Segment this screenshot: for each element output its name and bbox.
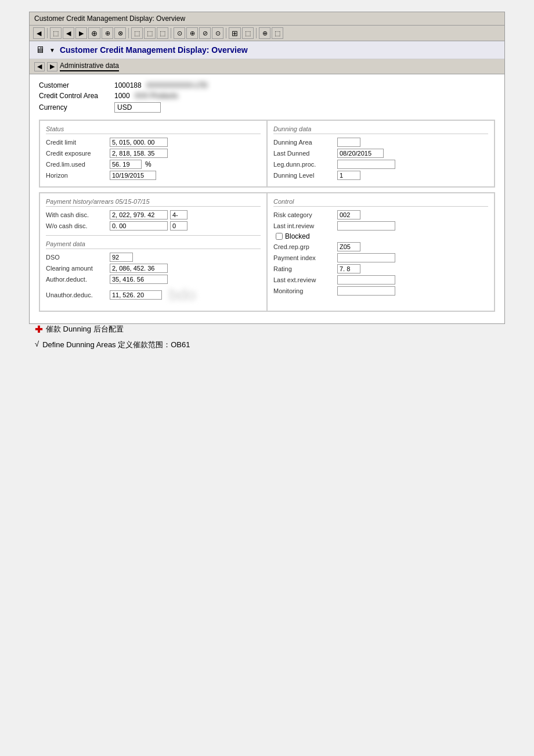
- cred-lim-used-wrapper: %: [110, 160, 151, 169]
- rating-row: Rating: [273, 264, 488, 273]
- monitoring-row: Monitoring: [273, 286, 488, 296]
- toolbar-btn-7[interactable]: ⬚: [131, 27, 143, 39]
- toolbar-btn-6[interactable]: ⊗: [114, 27, 126, 39]
- control-title: Control: [273, 198, 488, 207]
- rating-input[interactable]: [337, 264, 360, 273]
- last-dunned-row: Last Dunned: [273, 149, 488, 158]
- toolbar-btn-13[interactable]: ⊙: [212, 27, 223, 39]
- last-int-review-row: Last int.review: [273, 221, 488, 231]
- dunning-title: Dunning data: [273, 125, 488, 134]
- header-title: Customer Credit Management Display: Over…: [60, 45, 248, 55]
- with-cash-disc-suffix[interactable]: [170, 210, 187, 219]
- toolbar-sep-3: [171, 28, 171, 38]
- cred-rep-grp-input[interactable]: [337, 242, 360, 251]
- clearing-amount-input[interactable]: [110, 264, 168, 273]
- last-ext-review-input[interactable]: [337, 275, 395, 285]
- status-horizon-input[interactable]: [110, 171, 156, 180]
- watermark-text: bdo: [169, 286, 196, 304]
- last-int-review-label: Last int.review: [273, 222, 337, 229]
- note-text-1: 催款 Dunning 后台配置: [46, 324, 124, 334]
- leg-dunn-proc-input[interactable]: [337, 160, 395, 169]
- status-credit-limit-input[interactable]: [110, 138, 168, 147]
- tab-bar: ◀ ▶ Administrative data: [30, 59, 504, 74]
- wo-cash-disc-suffix[interactable]: [170, 221, 187, 231]
- dunning-level-row: Dunning Level: [273, 171, 488, 180]
- toolbar-btn-2[interactable]: ◀: [63, 27, 74, 39]
- credit-control-area-label: Credit Control Area: [39, 92, 114, 100]
- rating-label: Rating: [273, 265, 337, 272]
- note-text-2: Define Dunning Areas 定义催款范围：OB61: [42, 340, 190, 350]
- payment-index-input[interactable]: [337, 253, 395, 262]
- customer-name-blurred: XXXXXXXXXX-LTD: [146, 81, 208, 89]
- wo-cash-disc-wrapper: [110, 221, 187, 231]
- author-deduct-input[interactable]: [110, 275, 168, 284]
- unauthor-deduc-label: Unauthor.deduc.: [46, 291, 110, 298]
- toolbar-btn-5[interactable]: ⊕: [102, 27, 113, 39]
- toolbar-back-btn[interactable]: ◀: [33, 27, 45, 39]
- leg-dunn-proc-label: Leg.dunn.proc.: [273, 161, 337, 168]
- status-horizon-label: Horizon: [46, 172, 110, 179]
- with-cash-disc-input[interactable]: [110, 210, 168, 219]
- blocked-checkbox[interactable]: [276, 233, 283, 240]
- last-dunned-label: Last Dunned: [273, 150, 337, 157]
- leg-dunn-proc-row: Leg.dunn.proc.: [273, 160, 488, 169]
- tab-admin-data[interactable]: Administrative data: [60, 62, 119, 71]
- monitoring-input[interactable]: [337, 286, 395, 296]
- toolbar-btn-11[interactable]: ⊕: [186, 27, 198, 39]
- dso-input[interactable]: [110, 253, 133, 262]
- unauthor-deduc-row: Unauthor.deduc. bdo: [46, 286, 261, 304]
- blocked-label: Blocked: [285, 232, 310, 240]
- last-int-review-input[interactable]: [337, 221, 395, 231]
- currency-row: Currency: [39, 102, 495, 113]
- payment-history-panel: Payment history/arrears 05/15-07/15 With…: [39, 193, 267, 311]
- wo-cash-disc-input[interactable]: [110, 221, 168, 231]
- control-panel: Control Risk category Last int.review Bl…: [267, 193, 495, 311]
- payment-control-grid: Payment history/arrears 05/15-07/15 With…: [39, 192, 495, 312]
- toolbar-btn-12[interactable]: ⊘: [199, 27, 211, 39]
- toolbar-sep-4: [226, 28, 226, 38]
- company-name-blurred: XXX Products: [135, 92, 178, 100]
- with-cash-disc-wrapper: [110, 210, 187, 219]
- toolbar-btn-1[interactable]: ⬚: [50, 27, 62, 39]
- window-title: Customer Credit Management Display: Over…: [34, 15, 185, 23]
- toolbar-btn-10[interactable]: ⊙: [174, 27, 185, 39]
- last-dunned-input[interactable]: [337, 149, 384, 158]
- risk-category-input[interactable]: [337, 210, 360, 219]
- status-credit-exposure-label: Credit exposure: [46, 150, 110, 157]
- status-panel: Status Credit limit Credit exposure Cred…: [39, 120, 267, 187]
- status-credit-exposure-input[interactable]: [110, 149, 168, 158]
- toolbar-btn-4[interactable]: ⊕: [88, 27, 100, 39]
- toolbar-btn-16[interactable]: ⊕: [259, 27, 270, 39]
- note-item-2: √ Define Dunning Areas 定义催款范围：OB61: [35, 340, 499, 350]
- tab-next-btn[interactable]: ▶: [47, 62, 57, 71]
- dunning-level-label: Dunning Level: [273, 172, 337, 179]
- currency-input[interactable]: [114, 102, 161, 113]
- payment-index-label: Payment index: [273, 254, 337, 261]
- credit-control-area-value: 1000: [114, 92, 130, 100]
- toolbar-btn-3[interactable]: ▶: [75, 27, 87, 39]
- payment-history-title: Payment history/arrears 05/15-07/15: [46, 198, 261, 207]
- customer-row: Customer 1000188 XXXXXXXXXX-LTD: [39, 81, 495, 89]
- main-content: Customer 1000188 XXXXXXXXXX-LTD Credit C…: [30, 74, 504, 323]
- payment-index-row: Payment index: [273, 253, 488, 262]
- dunning-level-input[interactable]: [337, 171, 360, 180]
- status-cred-lim-used-input[interactable]: [110, 160, 142, 169]
- toolbar-btn-15[interactable]: ⬚: [242, 27, 254, 39]
- currency-label: Currency: [39, 103, 114, 111]
- toolbar-btn-9[interactable]: ⬚: [157, 27, 168, 39]
- toolbar-sep-1: [47, 28, 48, 38]
- header-icon: 🖥: [35, 45, 45, 55]
- header-dropdown[interactable]: ▼: [49, 47, 55, 53]
- status-credit-limit-row: Credit limit: [46, 138, 261, 147]
- dunning-area-input[interactable]: [337, 138, 360, 147]
- unauthor-deduc-input[interactable]: [110, 290, 162, 300]
- cred-rep-grp-label: Cred.rep.grp: [273, 243, 337, 250]
- toolbar-btn-14[interactable]: ⊞: [229, 27, 241, 39]
- status-title: Status: [46, 125, 261, 134]
- note-check-2: √: [35, 340, 39, 348]
- tab-prev-btn[interactable]: ◀: [34, 62, 45, 71]
- wo-cash-disc-label: W/o cash disc.: [46, 222, 110, 229]
- cred-rep-grp-row: Cred.rep.grp: [273, 242, 488, 251]
- toolbar-btn-17[interactable]: ⬚: [272, 27, 283, 39]
- toolbar-btn-8[interactable]: ⬚: [144, 27, 156, 39]
